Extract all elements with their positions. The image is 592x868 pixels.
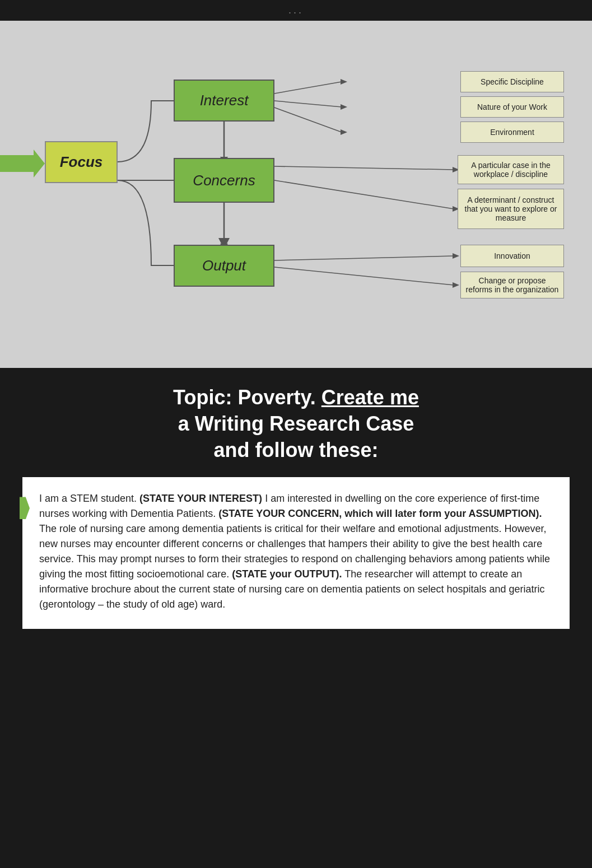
output-box: Output: [174, 245, 274, 287]
output-label: Output: [202, 257, 246, 274]
topic-line1: Topic: Poverty. Create me: [22, 385, 570, 411]
svg-line-4: [274, 267, 454, 285]
card-arrow-icon: [20, 497, 30, 519]
particular-case-text: A particular case in the workplace / dis…: [463, 161, 559, 179]
interest-label: Interest: [200, 92, 249, 109]
focus-label: Focus: [60, 153, 103, 171]
svg-line-3: [274, 256, 454, 260]
topic-title: Topic: Poverty. Create me a Writing Rese…: [22, 385, 570, 463]
intro-text: I am a STEM student.: [39, 493, 137, 504]
left-arrow: [0, 150, 45, 178]
content-card: I am a STEM student. (STATE YOUR INTERES…: [22, 477, 570, 629]
particular-case-box: A particular case in the workplace / dis…: [458, 155, 564, 184]
determinant-text: A determinant / construct that you want …: [463, 195, 559, 222]
nature-work-text: Nature of your Work: [477, 102, 547, 111]
svg-marker-15: [453, 282, 459, 288]
content-paragraph: I am a STEM student. (STATE YOUR INTERES…: [39, 491, 553, 612]
change-propose-text: Change or propose reforms in the organiz…: [465, 276, 559, 294]
svg-marker-14: [453, 253, 459, 259]
innovation-box: Innovation: [460, 245, 564, 267]
nature-work-box: Nature of your Work: [460, 96, 564, 118]
specific-discipline-box: Specific Discipline: [460, 71, 564, 92]
concerns-box: Concerns: [174, 158, 274, 203]
focus-box: Focus: [45, 141, 118, 183]
state-concern-label: (STATE YOUR CONCERN, which will later fo…: [218, 508, 542, 519]
state-interest-label: (STATE YOUR INTEREST): [139, 493, 262, 504]
svg-marker-11: [341, 129, 347, 135]
specific-discipline-text: Specific Discipline: [481, 77, 544, 86]
svg-line-2: [274, 180, 454, 209]
interest-box: Interest: [174, 80, 274, 122]
change-propose-box: Change or propose reforms in the organiz…: [460, 272, 564, 298]
innovation-text: Innovation: [494, 251, 530, 260]
svg-marker-10: [341, 104, 347, 110]
diagram-section: Focus Interest Concerns Output Specific …: [0, 21, 592, 368]
state-output-label: (STATE your OUTPUT).: [232, 568, 342, 580]
svg-line-1: [274, 166, 454, 170]
environment-box: Environment: [460, 122, 564, 143]
determinant-box: A determinant / construct that you want …: [458, 189, 564, 229]
topic-section: Topic: Poverty. Create me a Writing Rese…: [0, 368, 592, 640]
dots-bar: ...: [0, 0, 592, 21]
topic-line3: and follow these:: [22, 437, 570, 464]
environment-text: Environment: [490, 128, 534, 137]
dots: ...: [288, 4, 304, 16]
concerns-label: Concerns: [193, 172, 255, 189]
topic-line2: a Writing Research Case: [22, 411, 570, 437]
svg-marker-9: [341, 79, 347, 85]
